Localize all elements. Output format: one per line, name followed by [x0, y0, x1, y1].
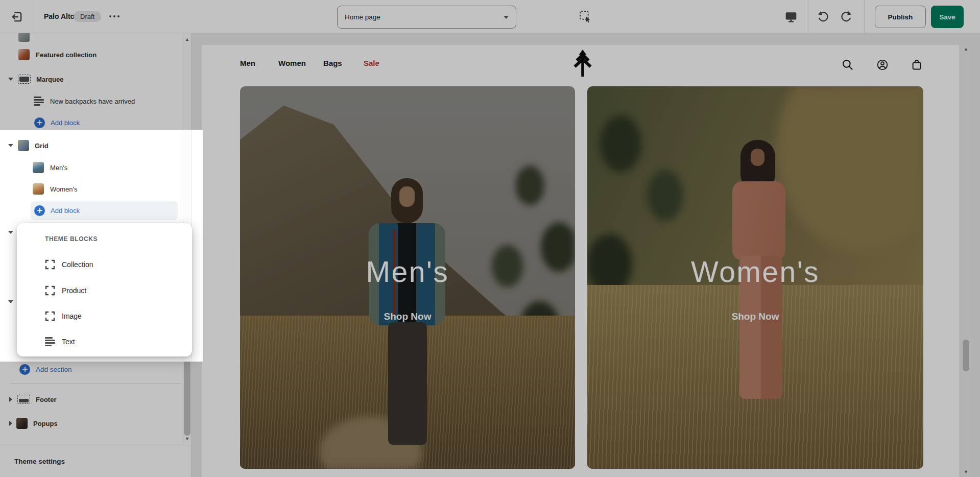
topbar: Palo Alto Draft Home page	[0, 0, 980, 33]
plus-icon	[19, 364, 30, 375]
footer-section-icon	[17, 395, 30, 404]
page-selector-dropdown[interactable]: Home page	[337, 6, 516, 29]
exit-editor-button[interactable]	[10, 10, 23, 23]
popup-item-label: Image	[62, 312, 82, 320]
block-row-womens[interactable]: Women's	[0, 180, 182, 198]
section-row-grid[interactable]: Grid	[0, 137, 182, 154]
section-row-footer[interactable]: Footer	[0, 391, 182, 408]
add-section-label: Add section	[36, 366, 72, 373]
chevron-down-icon[interactable]	[8, 78, 13, 81]
sidebar-scrollbar-thumb[interactable]	[184, 360, 190, 436]
block-thumbnail	[33, 183, 44, 195]
select-element-button[interactable]	[579, 10, 592, 23]
theme-settings-button[interactable]: Theme settings	[0, 445, 192, 477]
chevron-right-icon[interactable]	[9, 397, 12, 402]
section-label: Marquee	[36, 76, 63, 83]
section-thumbnail	[18, 140, 29, 151]
text-lines-icon	[45, 337, 55, 346]
popup-item-product[interactable]: Product	[17, 281, 192, 300]
topbar-divider	[34, 0, 34, 33]
desktop-preview-button[interactable]	[784, 10, 798, 24]
section-row-marquee[interactable]: Marquee	[0, 70, 182, 88]
popup-header: THEME BLOCKS	[45, 235, 98, 243]
popup-item-label: Product	[62, 287, 86, 295]
block-label: New backpacks have arrived	[50, 98, 135, 105]
nav-link-sale[interactable]: Sale	[364, 59, 379, 67]
nav-link-women[interactable]: Women	[278, 59, 306, 67]
collection-card-womens[interactable]: Women's Shop Now	[587, 86, 923, 469]
account-icon[interactable]	[876, 58, 889, 71]
redo-icon	[840, 10, 853, 23]
publish-button[interactable]: Publish	[875, 6, 926, 28]
add-block-label: Add block	[51, 207, 80, 214]
store-name: Palo Alto	[44, 12, 75, 20]
section-row-featured-collection[interactable]: Featured collection	[0, 46, 182, 63]
preview-scrollbar[interactable]	[962, 45, 970, 477]
block-label: Men's	[50, 164, 67, 172]
chevron-down-icon[interactable]	[8, 231, 13, 234]
theme-editor: Palo Alto Draft Home page	[0, 0, 980, 477]
plus-icon	[34, 117, 45, 128]
block-label: Women's	[50, 185, 78, 193]
nav-link-bags[interactable]: Bags	[323, 59, 342, 67]
marquee-section-icon	[18, 75, 31, 84]
nav-link-men[interactable]: Men	[240, 59, 255, 67]
cart-bag-icon[interactable]	[910, 58, 923, 71]
add-section-button[interactable]: Add section	[0, 361, 182, 378]
scroll-up-icon[interactable]: ▲	[185, 37, 189, 42]
preview-scrollbar-thumb[interactable]	[963, 340, 969, 371]
scroll-down-icon[interactable]: ▼	[964, 470, 968, 474]
shop-now-link[interactable]: Shop Now	[587, 311, 923, 322]
undo-button[interactable]	[816, 10, 830, 23]
chevron-down-icon[interactable]	[8, 144, 13, 147]
card-title: Women's	[587, 255, 923, 289]
collection-card-mens[interactable]: Men's Shop Now	[240, 86, 575, 469]
popup-item-label: Collection	[62, 260, 93, 269]
add-block-button-marquee[interactable]: Add block	[0, 114, 182, 131]
section-label: Footer	[36, 396, 56, 403]
topbar-divider	[808, 0, 808, 33]
frame-icon	[45, 285, 55, 296]
undo-icon	[816, 10, 830, 23]
popup-item-label: Text	[62, 338, 75, 346]
section-row-partial[interactable]	[0, 33, 182, 45]
save-button[interactable]: Save	[931, 6, 964, 28]
plus-icon	[34, 205, 45, 216]
section-label: Grid	[35, 142, 49, 150]
select-element-icon	[579, 10, 592, 23]
page-selector-value: Home page	[345, 13, 380, 21]
store-logo-tree-icon[interactable]	[572, 49, 593, 79]
text-lines-icon	[34, 97, 44, 106]
popup-item-image[interactable]: Image	[17, 306, 192, 326]
scroll-down-icon[interactable]: ▼	[185, 437, 189, 441]
more-options-button[interactable]	[108, 14, 121, 20]
add-block-button-grid[interactable]: Add block	[0, 202, 182, 219]
scroll-up-icon[interactable]: ▲	[964, 47, 968, 52]
theme-settings-label: Theme settings	[14, 458, 65, 465]
section-row-popups[interactable]: Popups	[0, 415, 182, 432]
sidebar-divider	[10, 384, 182, 384]
chevron-down-icon[interactable]	[8, 300, 13, 303]
store-preview: Men Women Bags Sale	[202, 45, 959, 477]
frame-icon	[45, 259, 55, 270]
block-thumbnail	[33, 162, 44, 173]
chevron-right-icon[interactable]	[9, 421, 12, 426]
block-row-marquee-text[interactable]: New backpacks have arrived	[0, 92, 182, 110]
status-badge: Draft	[74, 11, 101, 22]
popup-item-collection[interactable]: Collection	[17, 255, 192, 274]
ellipsis-icon	[108, 14, 121, 19]
section-label: Featured collection	[36, 51, 97, 59]
add-block-label: Add block	[51, 119, 80, 127]
frame-icon	[45, 311, 55, 321]
card-title: Men's	[240, 255, 575, 289]
add-block-popup: THEME BLOCKS Collection Product	[17, 223, 192, 356]
topbar-divider	[864, 0, 865, 33]
block-row-mens[interactable]: Men's	[0, 159, 182, 176]
shop-now-link[interactable]: Shop Now	[240, 311, 575, 322]
exit-icon	[10, 10, 23, 23]
search-icon[interactable]	[841, 58, 854, 71]
section-thumbnail	[18, 33, 30, 42]
redo-button[interactable]	[840, 10, 853, 23]
monitor-icon	[784, 10, 798, 23]
popup-item-text[interactable]: Text	[17, 332, 192, 351]
